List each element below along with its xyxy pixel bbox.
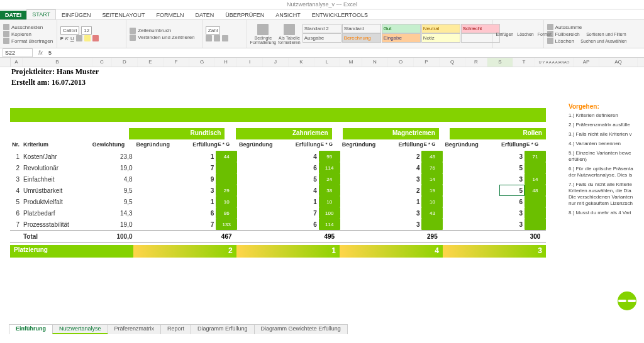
clear-button[interactable]: Löschen	[555, 38, 574, 44]
cell-eg[interactable]	[525, 219, 546, 230]
border-icon[interactable]	[76, 35, 82, 41]
sheet-tab-nutzwertanalyse[interactable]: Nutzwertanalyse	[52, 324, 108, 334]
cell-kriterium[interactable]: Kosten/Jahr	[21, 151, 91, 162]
cell-erf[interactable]: 6	[294, 162, 319, 173]
cell-eg[interactable]: 24	[319, 173, 340, 185]
col-e[interactable]: E	[138, 58, 164, 67]
cell-kriterium[interactable]: Umrüstbarkeit	[21, 185, 91, 196]
cell-eg[interactable]	[421, 219, 443, 230]
cell-beg[interactable]	[237, 162, 294, 173]
cell-eg[interactable]	[216, 162, 237, 173]
cell-beg[interactable]	[237, 185, 294, 196]
style-ausgabe[interactable]: Ausgabe	[303, 33, 341, 43]
spreadsheet-grid[interactable]: A B C D E F G H I J K L M N O P Q R S T …	[0, 58, 644, 334]
cell-eg[interactable]	[525, 162, 546, 173]
cell-eg[interactable]	[216, 173, 237, 185]
cond-format-icon[interactable]	[257, 24, 269, 35]
tab-ueberpruefen[interactable]: ÜBERPRÜFEN	[219, 10, 270, 19]
cell-beg[interactable]	[135, 162, 191, 173]
cell-erf[interactable]: 6	[294, 219, 319, 230]
cell-erf[interactable]: 5	[499, 185, 525, 196]
currency-icon[interactable]	[206, 35, 212, 41]
align-icon[interactable]	[130, 28, 136, 34]
cell-erf[interactable]: 4	[294, 185, 319, 196]
action-badge-icon[interactable]	[618, 291, 636, 310]
cell-eg[interactable]: 100	[319, 207, 340, 219]
sheet-tab-einfuehrung[interactable]: Einführung	[9, 324, 53, 334]
cell-beg[interactable]	[237, 207, 294, 219]
cell-beg[interactable]	[340, 207, 397, 219]
wrap-text-button[interactable]: Zeilenumbruch	[138, 28, 171, 33]
autosum-button[interactable]: Autosumme	[555, 24, 582, 30]
number-format-select[interactable]: Zahl	[206, 26, 221, 35]
cell-erf[interactable]: 5	[499, 162, 525, 173]
col-group[interactable]: U Y A A A AIANAO	[535, 58, 574, 67]
col-o[interactable]: O	[388, 58, 414, 67]
sum-icon[interactable]	[547, 24, 553, 30]
cell-erf[interactable]: 3	[397, 219, 422, 230]
cell-eg[interactable]: 86	[216, 207, 237, 219]
tab-einfuegen[interactable]: EINFÜGEN	[56, 10, 97, 19]
cell-erf[interactable]: 3	[397, 173, 422, 185]
merge-icon[interactable]	[130, 35, 136, 41]
find-button[interactable]: Suchen und Auswählen	[580, 39, 626, 43]
cell-erf[interactable]: 3	[499, 219, 525, 230]
sheet-tab-diag-gew[interactable]: Diagramm Gewichtete Erfüllung	[254, 324, 348, 334]
cell-beg[interactable]	[340, 173, 397, 185]
cell-beg[interactable]	[237, 173, 294, 185]
col-b[interactable]: B	[23, 58, 92, 67]
cell-beg[interactable]	[340, 196, 397, 207]
tab-seitenlayout[interactable]: SEITENLAYOUT	[97, 10, 151, 19]
bold-button[interactable]: F	[60, 36, 64, 41]
fill-color-icon[interactable]	[84, 35, 91, 41]
cell-gew[interactable]: 4,8	[91, 173, 135, 185]
style-berechnung[interactable]: Berechnung	[342, 33, 381, 43]
col-h[interactable]: H	[215, 58, 237, 67]
col-f[interactable]: F	[164, 58, 189, 67]
paste-icon[interactable]	[3, 24, 9, 30]
cell-eg[interactable]: 38	[319, 185, 340, 196]
font-name-select[interactable]: Calibri	[60, 26, 80, 35]
cell-beg[interactable]	[443, 219, 499, 230]
fx-icon[interactable]: fx	[35, 50, 46, 56]
col-g[interactable]: G	[189, 58, 215, 67]
fill-button[interactable]: Füllbereich	[555, 31, 580, 37]
cond-format-button[interactable]: Bedingte Formatierung	[250, 36, 277, 45]
cell-eg[interactable]	[525, 207, 546, 219]
sheet-tab-diag-erf[interactable]: Diagramm Erfüllung	[191, 324, 255, 334]
cell-nr[interactable]: 2	[10, 162, 21, 173]
cell-erf[interactable]: 5	[294, 173, 319, 185]
percent-icon[interactable]	[214, 35, 220, 41]
paint-icon[interactable]	[3, 38, 9, 44]
cell-eg[interactable]: 114	[319, 219, 340, 230]
cell-beg[interactable]	[443, 151, 499, 162]
formula-input[interactable]: 5	[46, 50, 644, 56]
cell-nr[interactable]: 7	[10, 219, 21, 230]
cell-beg[interactable]	[135, 196, 191, 207]
cell-erf[interactable]: 3	[499, 173, 525, 185]
cell-erf[interactable]: 1	[397, 196, 422, 207]
col-t[interactable]: T	[513, 58, 535, 67]
cell-beg[interactable]	[340, 151, 397, 162]
cell-beg[interactable]	[443, 173, 499, 185]
cell-eg[interactable]: 133	[216, 219, 237, 230]
cell-eg[interactable]: 10	[319, 196, 340, 207]
tab-ansicht[interactable]: ANSICHT	[270, 10, 306, 19]
sheet-tab-report[interactable]: Report	[160, 324, 191, 334]
cell-eg[interactable]: 14	[421, 173, 443, 185]
tab-entwicklertools[interactable]: ENTWICKLERTOOLS	[306, 10, 374, 19]
file-tab[interactable]: DATEI	[0, 11, 26, 19]
style-standard2[interactable]: Standard 2	[303, 24, 341, 33]
col-c[interactable]: C	[92, 58, 112, 67]
col-j[interactable]: J	[263, 58, 289, 67]
cell-gew[interactable]: 9,5	[91, 196, 135, 207]
cell-beg[interactable]	[340, 185, 397, 196]
cell-eg[interactable]: 14	[525, 173, 546, 185]
cell-nr[interactable]: 1	[10, 151, 21, 162]
cell-beg[interactable]	[237, 196, 294, 207]
cut-button[interactable]: Ausschneiden	[11, 24, 43, 30]
tab-formeln[interactable]: FORMELN	[150, 10, 189, 19]
cell-eg[interactable]: 19	[421, 185, 443, 196]
cell-beg[interactable]	[443, 207, 499, 219]
cell-beg[interactable]	[340, 162, 397, 173]
